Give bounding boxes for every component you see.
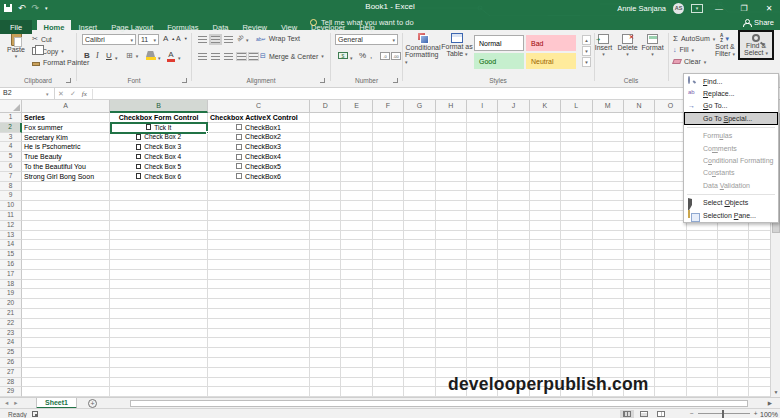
grid-cell-L10[interactable] bbox=[561, 201, 592, 211]
grid-cell-N14[interactable] bbox=[624, 240, 655, 250]
font-size-combo[interactable]: 11▾ bbox=[138, 34, 159, 45]
grid-cell-G23[interactable] bbox=[404, 329, 435, 339]
column-header-J[interactable]: J bbox=[498, 100, 529, 113]
grid-cell-G10[interactable] bbox=[404, 201, 435, 211]
column-header-I[interactable]: I bbox=[467, 100, 498, 113]
grid-cell-F25[interactable] bbox=[373, 348, 404, 358]
grid-cell-A25[interactable] bbox=[22, 348, 110, 358]
grid-cell-J1[interactable] bbox=[498, 113, 529, 123]
font-dialog-launcher[interactable] bbox=[182, 78, 187, 83]
grid-cell-F28[interactable] bbox=[373, 378, 404, 388]
grid-cell-A12[interactable] bbox=[22, 221, 110, 231]
menu-item-go-to[interactable]: →Go To... bbox=[684, 100, 778, 112]
grid-cell-C17[interactable] bbox=[208, 270, 310, 280]
grid-cell-C22[interactable] bbox=[208, 319, 310, 329]
column-header-A[interactable]: A bbox=[22, 100, 110, 113]
menu-item-formulas[interactable]: Formulas bbox=[684, 130, 778, 142]
row-header-4[interactable]: 4 bbox=[0, 142, 22, 152]
grid-cell-O8[interactable] bbox=[655, 182, 686, 192]
grid-cell-I25[interactable] bbox=[467, 348, 498, 358]
grid-cell-P13[interactable] bbox=[687, 231, 718, 241]
grid-cell-D11[interactable] bbox=[310, 211, 341, 221]
grid-cell-E7[interactable] bbox=[341, 172, 372, 182]
grid-cell-P27[interactable] bbox=[687, 368, 718, 378]
grid-cell-C9[interactable] bbox=[208, 191, 310, 201]
grid-cell-H4[interactable] bbox=[436, 142, 467, 152]
grid-cell-A27[interactable] bbox=[22, 368, 110, 378]
grid-cell-K20[interactable] bbox=[530, 299, 561, 309]
grid-cell-M19[interactable] bbox=[593, 289, 624, 299]
grid-cell-N11[interactable] bbox=[624, 211, 655, 221]
grid-cell-F21[interactable] bbox=[373, 309, 404, 319]
grid-cell-H16[interactable] bbox=[436, 260, 467, 270]
grid-cell-B18[interactable] bbox=[110, 280, 208, 290]
grid-cell-E18[interactable] bbox=[341, 280, 372, 290]
grid-cell-I16[interactable] bbox=[467, 260, 498, 270]
grid-cell-L12[interactable] bbox=[561, 221, 592, 231]
grid-cell-M21[interactable] bbox=[593, 309, 624, 319]
alignment-dialog-launcher[interactable] bbox=[320, 78, 325, 83]
form-checkbox-5[interactable]: Check Box 4 bbox=[136, 152, 181, 161]
share-button[interactable]: Share bbox=[743, 18, 774, 27]
column-header-H[interactable]: H bbox=[436, 100, 467, 113]
grid-cell-L1[interactable] bbox=[561, 113, 592, 123]
grid-cell-P23[interactable] bbox=[687, 329, 718, 339]
grid-cell-B4[interactable]: Check Box 3 bbox=[110, 142, 208, 152]
activex-checkbox-7[interactable]: CheckBox6 bbox=[236, 172, 281, 181]
grid-cell-R26[interactable] bbox=[749, 358, 770, 368]
grid-cell-M11[interactable] bbox=[593, 211, 624, 221]
grid-cell-C19[interactable] bbox=[208, 289, 310, 299]
zoom-slider-thumb[interactable] bbox=[722, 410, 725, 418]
grid-cell-Q25[interactable] bbox=[718, 348, 749, 358]
grid-cell-J12[interactable] bbox=[498, 221, 529, 231]
cut-button[interactable]: ✂ Cut bbox=[32, 35, 52, 43]
grid-cell-L2[interactable] bbox=[561, 123, 592, 133]
menu-item-select-objects[interactable]: Select Objects bbox=[684, 197, 778, 209]
grid-cell-E5[interactable] bbox=[341, 152, 372, 162]
grid-cell-G12[interactable] bbox=[404, 221, 435, 231]
row-header-24[interactable]: 24 bbox=[0, 338, 22, 348]
row-header-18[interactable]: 18 bbox=[0, 280, 22, 290]
grid-cell-C27[interactable] bbox=[208, 368, 310, 378]
grid-cell-J24[interactable] bbox=[498, 338, 529, 348]
grid-cell-I24[interactable] bbox=[467, 338, 498, 348]
grid-cell-K22[interactable] bbox=[530, 319, 561, 329]
cell-style-good[interactable]: Good bbox=[474, 53, 524, 69]
grid-cell-F27[interactable] bbox=[373, 368, 404, 378]
grid-cell-O12[interactable] bbox=[655, 221, 686, 231]
grid-cell-H21[interactable] bbox=[436, 309, 467, 319]
grid-cell-M15[interactable] bbox=[593, 250, 624, 260]
grid-cell-D17[interactable] bbox=[310, 270, 341, 280]
grid-cell-R19[interactable] bbox=[749, 289, 770, 299]
grid-cell-C18[interactable] bbox=[208, 280, 310, 290]
grid-cell-C14[interactable] bbox=[208, 240, 310, 250]
grid-cell-D13[interactable] bbox=[310, 231, 341, 241]
grid-cell-C28[interactable] bbox=[208, 378, 310, 388]
row-header-11[interactable]: 11 bbox=[0, 211, 22, 221]
activex-checkbox-6[interactable]: CheckBox5 bbox=[236, 162, 281, 171]
grid-cell-H18[interactable] bbox=[436, 280, 467, 290]
align-left-icon[interactable] bbox=[198, 53, 207, 60]
grid-cell-O5[interactable] bbox=[655, 152, 686, 162]
grid-cell-I2[interactable] bbox=[467, 123, 498, 133]
cell-style-normal[interactable]: Normal bbox=[474, 35, 524, 51]
grid-cell-C24[interactable] bbox=[208, 338, 310, 348]
grid-cell-C11[interactable] bbox=[208, 211, 310, 221]
tell-me-box[interactable]: Tell me what you want to do bbox=[310, 18, 414, 27]
grid-cell-M12[interactable] bbox=[593, 221, 624, 231]
grid-cell-B22[interactable] bbox=[110, 319, 208, 329]
column-header-D[interactable]: D bbox=[310, 100, 341, 113]
grid-cell-G14[interactable] bbox=[404, 240, 435, 250]
grid-cell-H5[interactable] bbox=[436, 152, 467, 162]
grid-cell-I11[interactable] bbox=[467, 211, 498, 221]
grid-cell-I19[interactable] bbox=[467, 289, 498, 299]
grid-cell-A29[interactable] bbox=[22, 387, 110, 397]
grid-cell-M10[interactable] bbox=[593, 201, 624, 211]
grid-cell-O6[interactable] bbox=[655, 162, 686, 172]
grid-cell-I22[interactable] bbox=[467, 319, 498, 329]
grid-cell-C16[interactable] bbox=[208, 260, 310, 270]
sort-filter-button[interactable]: AZ ▼ Sort & Filter ▾ bbox=[712, 34, 738, 57]
grid-cell-F13[interactable] bbox=[373, 231, 404, 241]
decrease-decimal-icon[interactable]: .00 bbox=[391, 52, 401, 60]
grid-cell-P15[interactable] bbox=[687, 250, 718, 260]
